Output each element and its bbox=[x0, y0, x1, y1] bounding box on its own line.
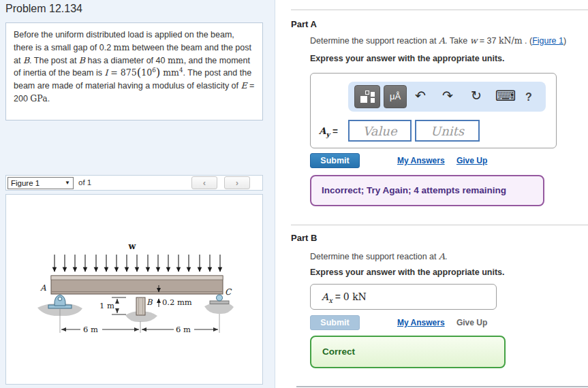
problem-panel: Problem 12.134 Before the uniform distri… bbox=[0, 0, 275, 388]
support-a-label: A bbox=[40, 283, 46, 293]
reset-icon[interactable]: ↻ bbox=[471, 87, 482, 105]
units-icon: μÅ bbox=[390, 91, 401, 101]
units-input[interactable] bbox=[415, 120, 480, 142]
post-height-label: 1 m bbox=[99, 301, 114, 310]
help-icon[interactable]: ? bbox=[525, 88, 532, 106]
part-b-submit-button: Submit bbox=[310, 315, 360, 330]
part-a-my-answers-link[interactable]: My Answers bbox=[397, 156, 445, 165]
part-b-feedback-correct: Correct bbox=[310, 336, 506, 368]
equation-template-icon bbox=[360, 91, 375, 103]
figure-select-value: Figure 1 bbox=[11, 179, 40, 187]
chevron-left-icon: ‹ bbox=[203, 178, 206, 188]
gap-label: 0.2 mm bbox=[162, 297, 192, 307]
figure-selector-bar: Figure 1 ▼ of 1 ‹ › bbox=[5, 175, 263, 191]
chevron-right-icon: › bbox=[236, 178, 238, 188]
part-b-my-answers-link[interactable]: My Answers bbox=[397, 318, 445, 327]
part-a-links: My Answers Give Up bbox=[397, 156, 487, 165]
span-left-label: 6 m bbox=[83, 325, 98, 334]
keyboard-icon[interactable]: ⌨ bbox=[495, 87, 516, 105]
answer-panel: Part A Determine the support reaction at… bbox=[276, 0, 588, 388]
undo-icon[interactable]: ↶ bbox=[415, 87, 426, 105]
support-c-label: C bbox=[225, 287, 232, 297]
part-a-answer-label: Ay = bbox=[319, 125, 338, 136]
figure-select-dropdown[interactable]: Figure 1 ▼ bbox=[7, 177, 74, 189]
figure-prev-button[interactable]: ‹ bbox=[191, 176, 217, 189]
part-a-feedback-incorrect: Incorrect; Try Again; 4 attempts remaini… bbox=[310, 175, 544, 206]
part-a-submit-button[interactable]: Submit bbox=[310, 153, 360, 168]
part-b-heading: Part B bbox=[291, 233, 317, 243]
equation-template-button[interactable] bbox=[354, 85, 380, 108]
divider bbox=[291, 10, 588, 10]
equation-toolbar: μÅ ↶ ↷ ↻ ⌨ ? bbox=[348, 82, 546, 112]
part-a-question-text: Determine the support reaction at A. Tak… bbox=[310, 36, 532, 46]
next-section-edge bbox=[296, 386, 588, 387]
part-b-question: Determine the support reaction at A. bbox=[310, 251, 448, 261]
load-label: w bbox=[128, 241, 137, 251]
units-button[interactable]: μÅ bbox=[384, 85, 407, 108]
redo-icon[interactable]: ↷ bbox=[442, 87, 453, 105]
problem-statement: Before the uniform distributed load is a… bbox=[5, 22, 263, 120]
chevron-down-icon: ▼ bbox=[65, 180, 70, 186]
figure-count-label: of 1 bbox=[78, 178, 91, 187]
post-b bbox=[125, 297, 157, 322]
page-title: Problem 12.134 bbox=[5, 3, 82, 15]
part-a-heading: Part A bbox=[291, 19, 317, 29]
part-a-question: Determine the support reaction at A. Tak… bbox=[310, 35, 566, 46]
span-right-label: 6 m bbox=[176, 325, 191, 334]
figure-next-button[interactable]: › bbox=[224, 176, 250, 189]
figure-panel: w bbox=[5, 194, 263, 385]
part-a-express-instruction: Express your answer with the appropriate… bbox=[310, 54, 505, 63]
part-b-answer-display: Ax = 0 kN bbox=[310, 284, 497, 310]
part-a-question-suffix: ) bbox=[563, 36, 566, 46]
part-b-give-up-link: Give Up bbox=[457, 318, 487, 327]
beam-diagram: w bbox=[6, 195, 262, 384]
beam bbox=[51, 276, 223, 294]
roller-support-c bbox=[204, 295, 234, 314]
part-b-express-instruction: Express your answer with the appropriate… bbox=[310, 268, 505, 277]
part-a-give-up-link[interactable]: Give Up bbox=[457, 156, 487, 165]
load-arrows bbox=[55, 255, 220, 272]
value-input[interactable] bbox=[348, 120, 412, 142]
part-a-answer-box: μÅ ↶ ↷ ↻ ⌨ ? Ay = bbox=[310, 73, 557, 148]
figure-1-link[interactable]: Figure 1 bbox=[532, 36, 563, 46]
divider bbox=[291, 225, 588, 225]
part-b-links: My Answers Give Up bbox=[397, 318, 487, 327]
homework-page: Problem 12.134 Before the uniform distri… bbox=[0, 0, 588, 388]
post-b-label: B bbox=[146, 297, 153, 307]
